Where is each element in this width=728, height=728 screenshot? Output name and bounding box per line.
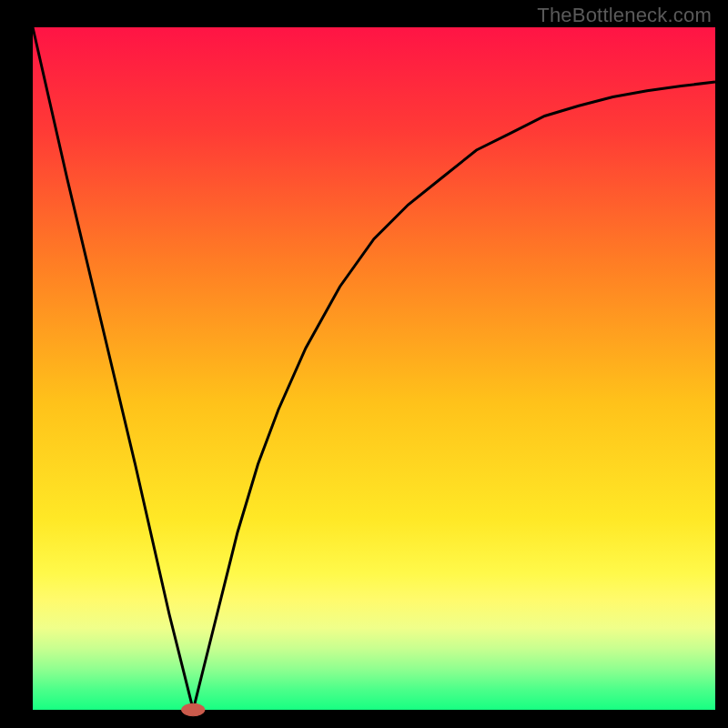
chart-frame: TheBottleneck.com: [0, 0, 728, 728]
optimal-marker: [182, 703, 206, 716]
chart-canvas: [0, 0, 728, 728]
chart-background: [33, 27, 715, 710]
